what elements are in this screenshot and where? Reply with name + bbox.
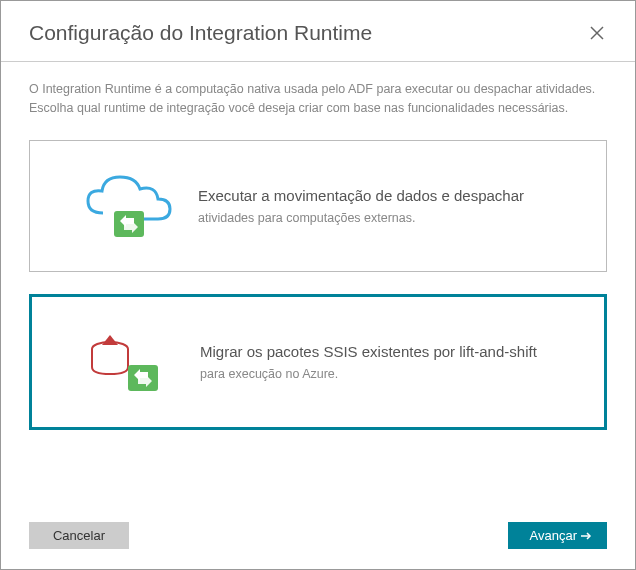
option-subtitle: para execução no Azure.: [200, 367, 576, 381]
option-ssis-migration[interactable]: Migrar os pacotes SSIS existentes por li…: [29, 294, 607, 430]
option-data-movement[interactable]: Executar a movimentação de dados e despa…: [29, 140, 607, 272]
close-icon: [589, 25, 605, 41]
option-title: Migrar os pacotes SSIS existentes por li…: [200, 342, 576, 362]
options-container: Executar a movimentação de dados e despa…: [1, 140, 635, 430]
option-subtitle: atividades para computações externas.: [198, 211, 578, 225]
next-button-label: Avançar: [530, 528, 577, 543]
cloud-integration-icon: [58, 171, 198, 241]
next-button[interactable]: Avançar: [508, 522, 607, 549]
dialog-footer: Cancelar Avançar: [29, 522, 607, 549]
dialog-description: O Integration Runtime é a computação nat…: [1, 80, 635, 118]
cancel-button[interactable]: Cancelar: [29, 522, 129, 549]
divider: [1, 61, 635, 62]
close-button[interactable]: [587, 23, 607, 43]
ssis-integration-icon: [60, 327, 200, 397]
dialog-title: Configuração do Integration Runtime: [29, 21, 372, 45]
arrow-right-icon: [579, 529, 593, 543]
option-title: Executar a movimentação de dados e despa…: [198, 186, 578, 206]
